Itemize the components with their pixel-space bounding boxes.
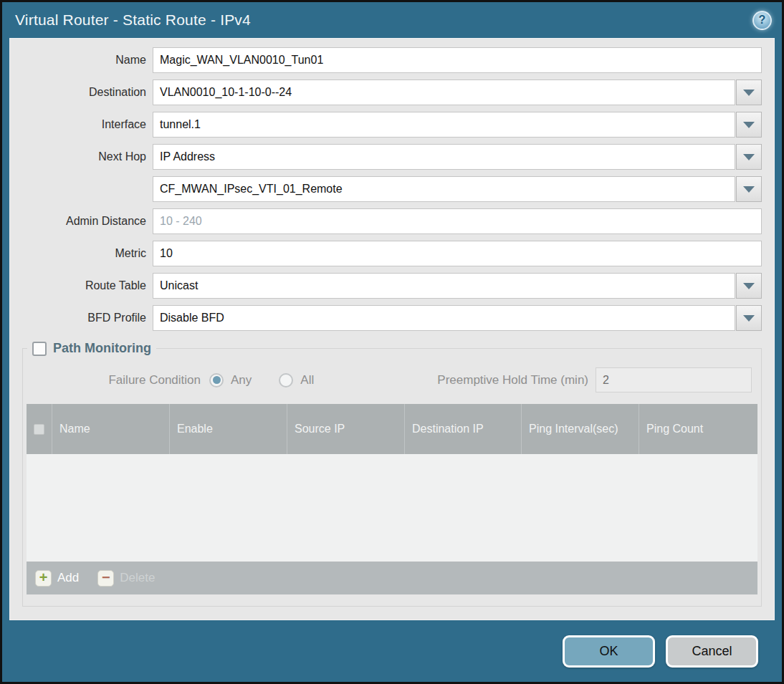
- metric-input[interactable]: [153, 241, 762, 266]
- next-hop-type-dropdown-button[interactable]: [736, 144, 762, 170]
- table-header-ping-count[interactable]: Ping Count: [639, 404, 757, 454]
- table-header-checkbox-cell: [27, 404, 52, 454]
- table-body-empty: [27, 454, 757, 562]
- preemptive-hold-time-label: Preemptive Hold Time (min): [437, 373, 596, 387]
- delete-button[interactable]: − Delete: [97, 570, 155, 587]
- path-monitoring-section: Path Monitoring Failure Condition Any Al…: [22, 341, 762, 607]
- bfd-profile-dropdown[interactable]: Disable BFD: [153, 305, 735, 331]
- field-row-metric: Metric: [10, 241, 774, 266]
- plus-icon: +: [35, 570, 52, 587]
- chevron-down-icon: [743, 122, 755, 128]
- name-input[interactable]: [153, 47, 762, 73]
- chevron-down-icon: [743, 315, 755, 322]
- chevron-down-icon: [743, 186, 755, 193]
- bfd-profile-dropdown-button[interactable]: [736, 305, 762, 331]
- add-button[interactable]: + Add: [35, 570, 79, 587]
- radio-selected-icon: [209, 373, 224, 387]
- field-row-route-table: Route Table Unicast: [10, 273, 774, 299]
- preemptive-hold-time-input[interactable]: [596, 367, 752, 392]
- table-header-source-ip[interactable]: Source IP: [287, 404, 405, 454]
- field-row-next-hop: Next Hop IP Address: [10, 144, 774, 170]
- route-table-dropdown-button[interactable]: [736, 273, 762, 299]
- name-label: Name: [12, 54, 153, 67]
- next-hop-type-dropdown[interactable]: IP Address: [153, 144, 735, 170]
- dialog-window: Virtual Router - Static Route - IPv4 ? N…: [0, 0, 784, 684]
- admin-distance-input[interactable]: [153, 208, 762, 234]
- add-button-label: Add: [57, 571, 79, 585]
- next-hop-label: Next Hop: [12, 150, 153, 163]
- table-header-row: Name Enable Source IP Destination IP Pin…: [27, 404, 757, 454]
- bfd-profile-label: BFD Profile: [12, 312, 153, 324]
- failure-condition-any-radio[interactable]: Any: [209, 373, 252, 387]
- field-row-interface: Interface tunnel.1: [10, 112, 774, 138]
- dialog-content: Name Destination VLAN0010_10-1-10-0--24 …: [9, 38, 775, 620]
- route-table-dropdown[interactable]: Unicast: [153, 273, 735, 299]
- next-hop-address-dropdown[interactable]: CF_MWAN_IPsec_VTI_01_Remote: [153, 176, 735, 202]
- ok-button[interactable]: OK: [563, 635, 655, 668]
- minus-icon: −: [97, 570, 114, 587]
- interface-dropdown[interactable]: tunnel.1: [153, 112, 735, 138]
- interface-dropdown-button[interactable]: [736, 112, 762, 138]
- dialog-footer: OK Cancel: [2, 620, 782, 682]
- dialog-title: Virtual Router - Static Route - IPv4: [15, 11, 752, 29]
- path-monitoring-table: Name Enable Source IP Destination IP Pin…: [27, 404, 757, 594]
- help-icon[interactable]: ?: [752, 11, 772, 30]
- failure-condition-row: Failure Condition Any All Preemptive Hol…: [27, 367, 752, 392]
- destination-dropdown-button[interactable]: [736, 80, 762, 105]
- radio-unselected-icon: [279, 373, 293, 387]
- delete-button-label: Delete: [120, 571, 155, 585]
- path-monitoring-title: Path Monitoring: [53, 341, 151, 356]
- table-header-destination-ip[interactable]: Destination IP: [405, 404, 522, 454]
- field-row-admin-distance: Admin Distance: [10, 208, 774, 234]
- chevron-down-icon: [743, 90, 755, 96]
- failure-condition-all-radio[interactable]: All: [279, 373, 314, 387]
- radio-any-label: Any: [231, 373, 252, 387]
- destination-label: Destination: [12, 86, 153, 99]
- table-toolbar: + Add − Delete: [27, 562, 757, 594]
- table-header-enable[interactable]: Enable: [170, 404, 287, 454]
- metric-label: Metric: [12, 247, 153, 260]
- field-row-destination: Destination VLAN0010_10-1-10-0--24: [10, 80, 774, 105]
- radio-all-label: All: [300, 373, 314, 387]
- failure-condition-label: Failure Condition: [27, 373, 209, 387]
- route-table-label: Route Table: [12, 279, 153, 292]
- destination-dropdown[interactable]: VLAN0010_10-1-10-0--24: [153, 80, 735, 105]
- table-header-name[interactable]: Name: [52, 404, 170, 454]
- path-monitoring-checkbox[interactable]: [32, 342, 47, 356]
- field-row-bfd-profile: BFD Profile Disable BFD: [10, 305, 774, 331]
- field-row-next-hop-address: CF_MWAN_IPsec_VTI_01_Remote: [10, 176, 774, 202]
- cancel-button[interactable]: Cancel: [666, 635, 758, 668]
- field-row-name: Name: [10, 47, 774, 73]
- next-hop-address-dropdown-button[interactable]: [736, 176, 762, 202]
- chevron-down-icon: [743, 283, 755, 289]
- path-monitoring-legend: Path Monitoring: [27, 341, 156, 356]
- select-all-checkbox[interactable]: [34, 424, 44, 435]
- title-bar: Virtual Router - Static Route - IPv4 ?: [2, 2, 782, 38]
- chevron-down-icon: [743, 154, 755, 160]
- interface-label: Interface: [12, 118, 153, 131]
- table-header-ping-interval[interactable]: Ping Interval(sec): [522, 404, 639, 454]
- admin-distance-label: Admin Distance: [12, 215, 153, 228]
